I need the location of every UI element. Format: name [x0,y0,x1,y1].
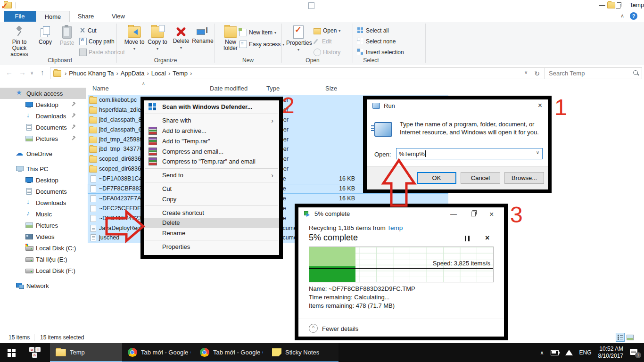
column-header-name[interactable]: Name [92,85,109,92]
pin-to-quick-access-button[interactable]: Pin to Quick access [6,25,33,58]
up-icon[interactable]: ↑ [41,68,44,76]
sidebar-item[interactable]: Tài liệu (E:) [0,254,86,265]
paste-button[interactable]: Paste [57,25,77,46]
file-name[interactable]: com.likebot.pc [99,97,137,103]
ok-button[interactable]: OK [417,172,456,184]
sidebar-item[interactable]: Downloads [0,197,86,208]
easy-access-button[interactable]: Easy access ▾ [239,40,284,49]
select-all-button[interactable]: Select all [357,26,389,35]
menu-item[interactable]: Add to "Temp.rar" [144,136,279,146]
rename-button[interactable]: Rename [191,25,214,44]
breadcrumb[interactable]: › Phuoc Khang Ta › AppData › Local › Tem… [50,67,545,79]
temp-folder-link[interactable]: Temp [387,224,403,231]
browse-button[interactable]: Browse... [504,172,544,184]
language-indicator[interactable]: ENG [579,349,592,356]
menu-item[interactable]: Delete [144,218,279,228]
forward-icon[interactable]: → [19,68,26,76]
ribbon-collapse-icon[interactable]: ∧ [620,13,624,19]
sidebar-item[interactable]: Documents [0,186,86,197]
sidebar-item[interactable]: Local Disk (C:) [0,242,86,254]
tab-home[interactable]: Home [36,11,70,22]
sort-ascending-icon[interactable]: ∧ [142,81,145,86]
search-icon[interactable] [633,70,638,75]
unikey-button[interactable]: u i n [23,343,50,362]
sidebar-item[interactable]: Pictures [0,220,86,231]
properties-button[interactable]: Properties▾ [286,25,311,53]
thumbnail-view-button[interactable] [626,333,634,341]
file-name[interactable]: hsperfdata_zdiep [99,107,144,113]
details-view-button[interactable] [616,333,624,341]
tab-file[interactable]: File [4,11,36,22]
copy-path-button[interactable]: Copy path [79,37,115,46]
breadcrumb-segment[interactable]: Phuoc Khang Ta [69,70,114,77]
menu-item[interactable]: Add to archive... [144,126,279,136]
taskbar-app-button[interactable]: Tab mới - Google C... [122,343,194,362]
fewer-details-icon[interactable]: ^ [309,324,318,333]
minimize-button[interactable]: — [594,0,610,10]
clock[interactable]: 10:52 AM 8/10/2017 [598,346,623,360]
menu-item[interactable]: Scan with Windows Defender... [144,102,279,112]
file-name[interactable]: JavaDeployReg [99,225,140,231]
menu-item[interactable]: Cut [144,184,279,194]
sidebar-item[interactable]: Desktop [0,99,86,110]
copy-button[interactable]: Copy [35,25,56,45]
breadcrumb-segment[interactable]: AppData [121,70,145,77]
select-none-button[interactable]: Select none [357,37,396,46]
taskbar-app-button[interactable]: Temp [50,343,122,362]
cancel-button[interactable]: Cancel [461,172,500,184]
tab-share[interactable]: Share [70,11,102,22]
pause-button[interactable] [464,236,470,241]
copy-to-button[interactable]: Copy to ▾ [147,25,168,52]
back-icon[interactable]: ← [6,68,13,76]
move-to-button[interactable]: Move to ▾ [124,25,145,52]
taskbar-app-button[interactable]: Tab mới - Google C... [194,343,266,362]
menu-item[interactable]: Share with › [144,115,279,126]
sidebar-item[interactable]: Network [0,280,86,291]
menu-item[interactable]: Compress to "Temp.rar" and email [144,156,279,167]
breadcrumb-segment[interactable]: Temp [173,70,188,77]
help-icon[interactable]: ? [630,12,637,20]
recent-locations-icon[interactable]: ∨ [30,70,33,75]
file-row[interactable]: ~DFA04237F7A5B1 TMP File 16 KB [0,194,644,204]
edit-button[interactable]: Edit [314,37,332,46]
battery-icon[interactable] [551,350,559,355]
qat-properties-icon[interactable] [308,2,314,9]
history-button[interactable]: History [314,48,340,57]
paste-shortcut-button[interactable]: Paste shortcut [79,48,125,57]
sidebar-item[interactable]: Desktop [0,174,86,186]
sidebar-item[interactable]: OneDrive [0,148,86,159]
stop-button[interactable]: × [485,234,489,242]
progress-minimize-button[interactable]: — [450,210,457,218]
invert-selection-button[interactable]: Invert selection [357,48,404,57]
new-item-button[interactable]: New item ▾ [239,28,276,37]
column-header-size[interactable]: Size [325,85,337,92]
menu-item[interactable]: Properties [144,242,279,252]
sidebar-item[interactable]: Videos [0,231,86,242]
menu-item[interactable]: Compress and email... [144,146,279,156]
sidebar-item[interactable]: Documents [0,122,86,133]
cut-button[interactable]: Cut [79,26,97,35]
breadcrumb-segment[interactable]: Local [151,70,166,77]
search-input[interactable]: Search Temp [545,67,642,79]
wifi-icon[interactable] [565,350,573,355]
progress-maximize-button[interactable] [471,212,476,216]
file-name[interactable]: jusched [99,234,119,241]
delete-button[interactable]: Delete▾ [171,25,191,51]
refresh-icon[interactable]: ↻ [534,70,540,77]
address-dropdown-icon[interactable]: ∨ [524,70,528,77]
start-button[interactable] [0,343,23,362]
column-header-date[interactable]: Date modified [210,85,248,92]
restore-button[interactable] [610,0,626,10]
menu-item[interactable]: Rename [144,228,279,239]
sidebar-item[interactable]: Local Disk (F:) [0,265,86,276]
action-center-icon[interactable]: 1 [630,348,639,357]
combo-dropdown-icon[interactable]: ∨ [536,150,539,155]
menu-item[interactable]: Send to › [144,170,279,181]
column-header-type[interactable]: Type [266,85,280,92]
menu-item[interactable]: Copy [144,194,279,204]
fewer-details-label[interactable]: Fewer details [322,325,358,332]
sidebar-item[interactable]: Quick access [0,88,86,99]
run-close-button[interactable]: × [538,101,542,110]
menu-item[interactable]: Create shortcut [144,207,279,218]
progress-close-button[interactable]: × [489,210,494,219]
